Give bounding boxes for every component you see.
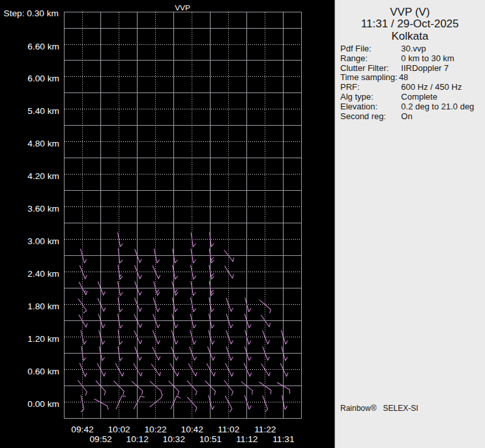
svg-text:0.00 km: 0.00 km [27, 399, 59, 409]
svg-text:48: 48 [399, 72, 408, 82]
svg-text:11:31: 11:31 [272, 434, 294, 444]
svg-text:Step: 0.30 km: Step: 0.30 km [4, 8, 59, 18]
svg-text:11:02: 11:02 [218, 425, 239, 434]
svg-text:3.60 km: 3.60 km [27, 204, 59, 214]
svg-text:Second reg:: Second reg: [340, 111, 386, 121]
svg-text:09:42: 09:42 [71, 425, 93, 434]
svg-text:VVP (V): VVP (V) [390, 6, 430, 18]
svg-text:1.80 km: 1.80 km [27, 301, 59, 311]
svg-text:6.00 km: 6.00 km [27, 74, 59, 83]
svg-text:11:31 / 29-Oct-2025: 11:31 / 29-Oct-2025 [361, 18, 459, 30]
svg-text:Rainbow® SELEX-SI: Rainbow® SELEX-SI [340, 404, 419, 413]
svg-text:0.2 deg to 21.0 deg: 0.2 deg to 21.0 deg [401, 102, 474, 111]
svg-text:2.40 km: 2.40 km [27, 269, 59, 279]
svg-text:10:12: 10:12 [126, 434, 149, 444]
svg-text:Time sampling:: Time sampling: [340, 72, 398, 82]
svg-text:09:52: 09:52 [89, 434, 111, 444]
svg-text:11:22: 11:22 [254, 425, 276, 434]
svg-text:Kolkata: Kolkata [391, 30, 428, 42]
svg-text:6.60 km: 6.60 km [27, 42, 59, 51]
svg-text:10:32: 10:32 [163, 434, 185, 444]
svg-text:Range:: Range: [340, 53, 368, 63]
svg-text:On: On [401, 111, 412, 121]
svg-text:Pdf File:: Pdf File: [340, 44, 372, 53]
svg-text:10:22: 10:22 [144, 425, 166, 434]
svg-text:3.00 km: 3.00 km [27, 236, 59, 246]
svg-text:1.20 km: 1.20 km [27, 334, 59, 344]
svg-text:IIRDoppler 7: IIRDoppler 7 [401, 63, 448, 73]
svg-text:30.vvp: 30.vvp [401, 44, 426, 53]
svg-text:Alg type:: Alg type: [340, 92, 374, 102]
svg-text:11:12: 11:12 [236, 434, 257, 444]
svg-text:10:51: 10:51 [199, 434, 222, 444]
svg-text:10:42: 10:42 [181, 425, 203, 434]
svg-text:4.80 km: 4.80 km [27, 139, 59, 148]
svg-text:VVP: VVP [175, 3, 190, 12]
svg-text:5.40 km: 5.40 km [27, 106, 59, 116]
svg-text:0.60 km: 0.60 km [27, 367, 59, 376]
svg-text:10:02: 10:02 [108, 425, 130, 434]
svg-text:4.20 km: 4.20 km [27, 171, 59, 181]
svg-text:Complete: Complete [401, 92, 437, 102]
svg-text:PRF:: PRF: [340, 82, 360, 92]
svg-text:600 Hz / 450 Hz: 600 Hz / 450 Hz [401, 82, 462, 92]
svg-text:0 km to 30 km: 0 km to 30 km [401, 53, 454, 63]
svg-text:Clutter Filter:: Clutter Filter: [340, 63, 389, 73]
svg-text:Elevation:: Elevation: [340, 102, 377, 111]
